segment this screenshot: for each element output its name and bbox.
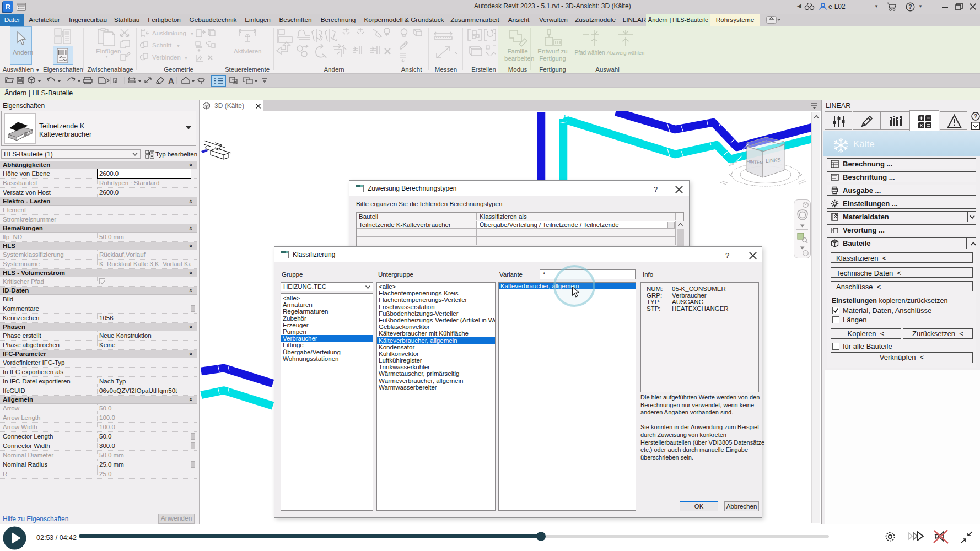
svg-text:?: ? — [908, 3, 912, 10]
svg-text:LINKS: LINKS — [766, 156, 781, 164]
svg-text:?: ? — [974, 114, 977, 120]
svg-text:A: A — [168, 76, 174, 85]
svg-text:R: R — [6, 3, 11, 11]
